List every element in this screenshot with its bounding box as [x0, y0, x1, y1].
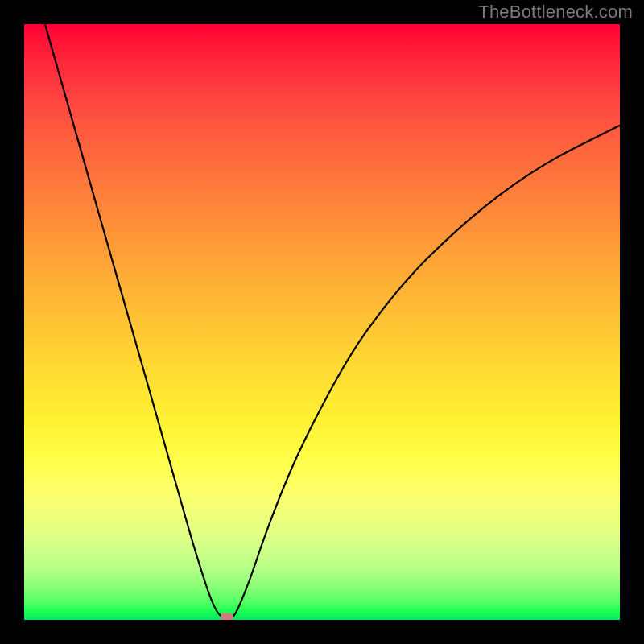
- bottleneck-curve: [45, 24, 620, 619]
- watermark-text: TheBottleneck.com: [478, 2, 633, 23]
- chart-frame: TheBottleneck.com: [0, 0, 644, 644]
- curve-svg: [24, 24, 620, 620]
- minimum-marker: [221, 613, 233, 621]
- plot-area: [24, 24, 620, 620]
